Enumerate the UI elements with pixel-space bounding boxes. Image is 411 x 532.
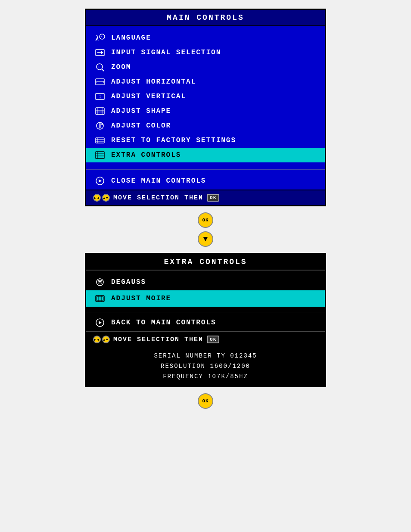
svg-rect-27	[96, 152, 104, 159]
moire-label: ADJUST MOIRE	[111, 295, 171, 302]
vertical-icon: ↕	[93, 91, 107, 102]
menu-item-adjust-color[interactable]: ADJUST COLOR	[86, 118, 325, 133]
svg-rect-36	[97, 296, 103, 301]
back-to-main[interactable]: BACK TO MAIN CONTROLS	[86, 314, 325, 331]
menu-item-degauss[interactable]: DEGAUSS	[86, 274, 325, 290]
main-footer: ▶◀ ▲▼ MOVE SELECTION THEN OK	[86, 190, 325, 205]
svg-point-33	[97, 279, 103, 286]
close-main-label: CLOSE MAIN CONTROLS	[111, 177, 206, 185]
color-icon	[93, 121, 107, 131]
back-icon	[93, 317, 107, 328]
svg-rect-15	[96, 108, 104, 115]
svg-text:?: ?	[100, 35, 103, 39]
joystick-circle-4: ▲▼	[102, 336, 110, 343]
frequency: FREQUENCY 107K/85HZ	[86, 372, 325, 382]
menu-item-zoom[interactable]: + ZOOM	[86, 60, 325, 75]
menu-item-adjust-shape[interactable]: ADJUST SHAPE	[86, 104, 325, 118]
joystick-circle-3: ▶◀	[93, 336, 101, 343]
color-label: ADJUST COLOR	[111, 122, 171, 130]
resolution: RESOLUTION 1600/1200	[86, 361, 325, 372]
joystick-circle-2: ▲▼	[102, 194, 110, 202]
menu-item-input-signal[interactable]: INPUT SIGNAL SELECTION	[86, 45, 325, 60]
zoom-label: ZOOM	[111, 63, 131, 71]
menu-item-adjust-moire[interactable]: ADJUST MOIRE	[86, 290, 325, 307]
extra-footer-text: MOVE SELECTION THEN	[113, 336, 203, 343]
svg-marker-5	[101, 51, 103, 54]
svg-text:λ: λ	[95, 34, 100, 42]
moire-icon	[93, 293, 107, 304]
extra-controls-label: EXTRA CONTROLS	[111, 151, 181, 159]
reset-label: RESET TO FACTORY SETTINGS	[111, 137, 236, 144]
info-section: SERIAL NUMBER TY 012345 RESOLUTION 1600/…	[86, 347, 325, 386]
extra-footer: ▶◀ ▲▼ MOVE SELECTION THEN OK	[86, 331, 325, 347]
reset-icon	[93, 135, 107, 146]
down-arrow-1: ▼	[198, 231, 213, 247]
main-menu-items: λ ? LANGUAGE INPUT SIGNAL SELECTION	[86, 26, 325, 167]
back-label: BACK TO MAIN CONTROLS	[111, 319, 216, 327]
extra-controls-icon	[93, 150, 107, 160]
joystick-icon-extra: ▶◀ ▲▼	[93, 336, 110, 343]
extra-menu-items: DEGAUSS ADJUST MOIRE	[86, 271, 325, 310]
svg-line-7	[102, 69, 104, 71]
joystick-icon-left: ▶◀ ▲▼	[93, 194, 110, 202]
ok-badge-extra: OK	[207, 336, 219, 343]
between-panels-1: OK ▼	[198, 206, 213, 253]
horizontal-label: ADJUST HORIZONTAL	[111, 78, 196, 86]
degauss-label: DEGAUSS	[111, 278, 146, 286]
between-panels-2: OK	[198, 387, 213, 415]
shape-icon	[93, 106, 107, 116]
close-icon	[93, 176, 107, 186]
ok-badge-main: OK	[207, 194, 219, 202]
horizontal-icon	[93, 77, 107, 87]
main-controls-title: MAIN CONTROLS	[86, 10, 325, 26]
ok-button-2[interactable]: OK	[198, 393, 213, 409]
language-icon: λ ?	[93, 33, 107, 43]
shape-label: ADJUST SHAPE	[111, 107, 171, 115]
footer-move-text: MOVE SELECTION THEN	[113, 194, 203, 202]
degauss-icon	[93, 277, 107, 287]
input-signal-icon	[93, 47, 107, 58]
main-controls-panel: MAIN CONTROLS λ ? LANGUAGE	[85, 9, 326, 206]
serial-number: SERIAL NUMBER TY 012345	[86, 351, 325, 361]
joystick-circle-1: ▶◀	[93, 194, 101, 202]
ok-button-1[interactable]: OK	[198, 212, 213, 228]
menu-item-reset[interactable]: RESET TO FACTORY SETTINGS	[86, 133, 325, 148]
vertical-label: ADJUST VERTICAL	[111, 93, 186, 100]
extra-controls-title: EXTRA CONTROLS	[86, 254, 325, 271]
svg-text:↕: ↕	[99, 93, 103, 100]
menu-item-language[interactable]: λ ? LANGUAGE	[86, 31, 325, 45]
svg-point-22	[101, 123, 103, 125]
svg-marker-32	[99, 179, 102, 183]
close-main-controls[interactable]: CLOSE MAIN CONTROLS	[86, 172, 325, 190]
svg-text:+: +	[98, 65, 101, 69]
input-signal-label: INPUT SIGNAL SELECTION	[111, 49, 221, 56]
zoom-icon: +	[93, 62, 107, 72]
menu-item-adjust-horizontal[interactable]: ADJUST HORIZONTAL	[86, 75, 325, 89]
svg-rect-23	[96, 138, 104, 143]
extra-controls-panel: EXTRA CONTROLS DEGAUSS	[85, 253, 326, 387]
svg-marker-40	[99, 321, 102, 324]
language-label: LANGUAGE	[111, 34, 151, 42]
menu-item-extra-controls[interactable]: EXTRA CONTROLS	[86, 148, 325, 162]
menu-item-adjust-vertical[interactable]: ↕ ADJUST VERTICAL	[86, 89, 325, 104]
